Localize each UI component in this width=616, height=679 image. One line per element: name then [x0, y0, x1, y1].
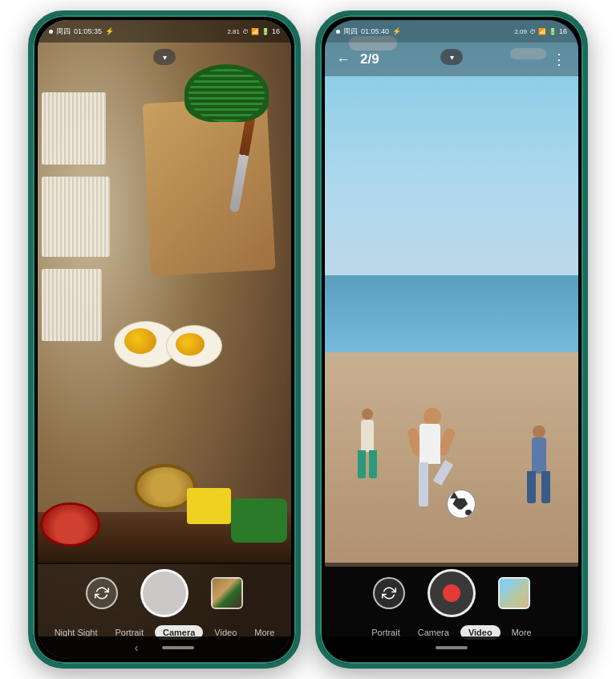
chevron-down-icon-left: ▾ [163, 53, 167, 62]
more-menu-btn[interactable]: ⋮ [552, 51, 567, 68]
lightning-icon: ⚡ [105, 27, 114, 35]
green-bowl [184, 64, 269, 122]
status-day-right: 周四 [343, 26, 358, 37]
clock-icon-right: ⏱ [529, 28, 536, 35]
nav-back-icon-left[interactable]: ‹ [135, 641, 139, 654]
status-time-left: 01:05:35 [74, 27, 102, 35]
battery-icon-left: 🔋 [261, 28, 270, 35]
wifi-icon-right: 📶 [538, 28, 546, 35]
nav-bar-right [325, 636, 578, 659]
food-egg-yolk-2 [176, 333, 205, 356]
nav-bar-left: ‹ [38, 636, 291, 659]
record-dot [443, 584, 460, 602]
status-bar-right: 周四 01:05:40 ⚡ 2.09 ⏱ 📶 🔋 16 [325, 20, 578, 43]
data-speed-left: 2.81 [227, 28, 240, 35]
battery-icon-right: 🔋 [549, 28, 557, 35]
food-egg-yolk-1 [124, 328, 156, 354]
chevron-down-btn-left[interactable]: ▾ [153, 49, 176, 65]
nav-home-indicator-left[interactable] [162, 646, 194, 649]
clock-icon-left: ⏱ [242, 28, 249, 35]
data-speed-right: 2.09 [514, 28, 527, 35]
shutter-button-right[interactable] [428, 569, 476, 617]
food-yellow [187, 488, 231, 524]
shutter-button-left[interactable] [140, 569, 188, 617]
red-bowl [40, 502, 100, 547]
chevron-down-btn-right[interactable]: ▾ [440, 49, 463, 65]
back-arrow-btn[interactable]: ← [336, 51, 351, 68]
status-dot-left [49, 30, 53, 34]
rotate-camera-btn-right[interactable] [373, 577, 405, 609]
control-buttons-left [86, 569, 243, 617]
status-bar-left: 周四 01:05:35 ⚡ 2.81 ⏱ 📶 🔋 16 [38, 20, 291, 43]
left-phone: 周四 01:05:35 ⚡ 2.81 ⏱ 📶 🔋 16 ▾ [28, 10, 301, 669]
nav-home-indicator-right[interactable] [436, 646, 468, 649]
right-phone: 周四 01:05:40 ⚡ 2.09 ⏱ 📶 🔋 16 ← 2/9 ⋮ [315, 10, 588, 669]
veggie-side [231, 498, 287, 543]
kicking-player [406, 408, 458, 512]
lightning-icon-right: ⚡ [392, 27, 401, 35]
food-noodle-3 [42, 269, 102, 341]
chevron-down-icon-right: ▾ [450, 53, 454, 62]
food-noodle-1 [42, 92, 106, 165]
control-buttons-right [373, 569, 530, 617]
rotate-camera-btn-left[interactable] [86, 577, 118, 609]
signal-bar-right: 16 [559, 27, 567, 35]
wifi-icon-left: 📶 [251, 28, 259, 35]
gallery-thumb-right[interactable] [498, 577, 530, 609]
status-dot-right [336, 30, 340, 34]
status-day-left: 周四 [56, 26, 71, 37]
signal-bar-left: 16 [272, 27, 280, 35]
person-left [355, 420, 379, 480]
status-time-right: 01:05:40 [361, 27, 389, 35]
gallery-thumb-left[interactable] [211, 577, 243, 609]
person-right [525, 437, 553, 506]
food-noodle-2 [42, 177, 110, 257]
